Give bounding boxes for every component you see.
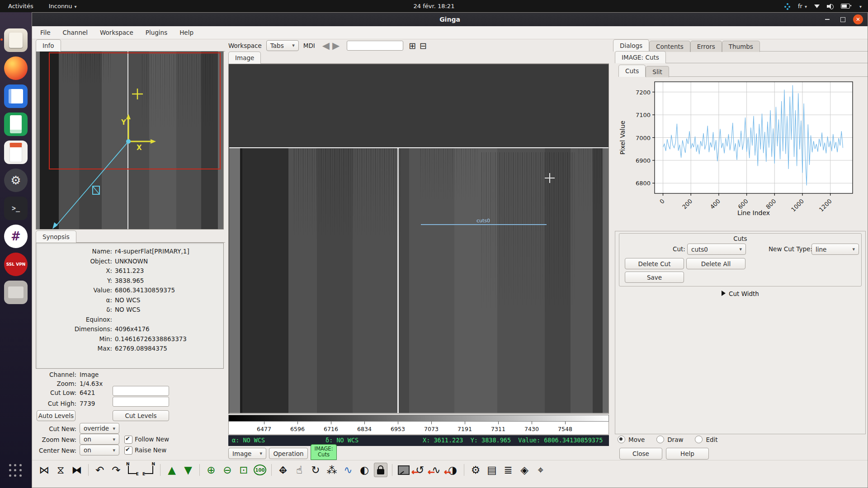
zoom-new-dropdown[interactable]: on [80,434,119,445]
close-plugin-button[interactable]: Close [619,448,662,460]
zoom-fit-icon[interactable]: ⊡ [237,463,250,477]
tab-info[interactable]: Info [36,39,61,52]
tab-thumbs[interactable]: Thumbs [722,41,760,52]
cut-line[interactable] [421,224,547,225]
auto-levels-button[interactable]: Auto Levels [37,410,75,421]
pan-icon[interactable]: ↔↕ [276,463,290,477]
raise-new-checkbox[interactable] [124,446,132,455]
prev-image-icon[interactable]: ▲ [165,463,179,477]
tab-errors[interactable]: Errors [690,41,722,52]
cut-high-input[interactable] [113,397,169,407]
zoom-out-icon[interactable]: ⊖ [221,463,234,477]
cut-select-dropdown[interactable]: cuts0 [687,244,746,255]
app-menu[interactable]: Inconnu [49,3,77,9]
flip-x-icon[interactable]: ⋈ [38,463,51,477]
rotate-left-icon[interactable]: ↶ [93,463,107,477]
save-button[interactable]: Save [625,272,684,283]
add-workspace-icon[interactable]: ⊞ [409,41,416,51]
battery-icon[interactable] [841,4,850,9]
dock-writer-icon[interactable] [4,84,28,108]
workspace-next-icon[interactable]: ▶ [332,40,340,51]
cut-levels-button[interactable]: Cut Levels [113,410,169,421]
menu-workspace[interactable]: Workspace [100,29,133,36]
swap-xy-icon[interactable]: ⧓ [70,463,84,477]
mode-move[interactable]: Move [618,436,645,443]
flip-nodes-icon[interactable]: ⁂ [325,463,339,477]
cuts-wave-icon[interactable]: ∿ [341,463,355,477]
tag-icon[interactable]: ◈ [518,463,531,477]
follow-new-checkbox[interactable] [124,436,132,444]
preferences-icon[interactable]: ⚙ [469,463,482,477]
menu-file[interactable]: File [40,29,51,36]
minimize-button[interactable] [822,14,832,24]
rotate-right-icon[interactable]: ↷ [109,463,123,477]
mode-draw[interactable]: Draw [656,436,683,443]
zoom-100-icon[interactable]: 100 [253,463,267,477]
image-thumbnail-viewer[interactable]: Y X [36,51,224,230]
new-cut-type-dropdown[interactable]: line [811,244,859,255]
colorbar[interactable] [228,415,609,422]
maximize-button[interactable] [838,14,848,24]
free-pan-hand-icon[interactable]: ☝ [292,463,306,477]
zoom-region-icon[interactable] [397,463,410,477]
flip-y-icon[interactable]: ⧖ [54,463,67,477]
close-button[interactable]: ✕ [853,14,863,24]
workspace-prev-icon[interactable]: ◀ [322,40,330,51]
system-menu-chevron[interactable] [857,3,862,9]
zoom-in-icon[interactable]: ⊕ [204,463,218,477]
subtab-cuts[interactable]: Cuts [618,65,646,77]
keyboard-layout-indicator[interactable]: fr [798,3,807,9]
contrast-icon[interactable]: ◐ [358,463,371,477]
cut-low-input[interactable] [113,386,169,396]
cut-new-dropdown[interactable]: override [80,423,119,434]
next-image-icon[interactable]: ▼ [181,463,195,477]
delete-cut-button[interactable]: Delete Cut [625,258,684,269]
tab-synopsis[interactable]: Synopsis [36,230,76,243]
menu-help[interactable]: Help [179,29,193,36]
tab-image[interactable]: Image [228,52,261,64]
tab-image-cuts[interactable]: IMAGE: Cuts [615,51,666,63]
reset-cuts-icon[interactable]: ∿← [429,463,443,477]
workspace-mode-dropdown[interactable]: Tabs [266,40,299,51]
subtab-slit[interactable]: Slit [646,66,669,77]
image-canvas[interactable]: cuts0 [228,64,609,414]
activities-button[interactable]: Activités [8,3,33,9]
delete-all-button[interactable]: Delete All [686,258,745,269]
tab-contents[interactable]: Contents [649,41,690,52]
rotate-icon[interactable]: ↻ [309,463,322,477]
menu-channel[interactable]: Channel [63,29,88,36]
title-bar[interactable]: Ginga ✕ [32,13,868,26]
dock-calc-icon[interactable] [4,113,28,136]
tab-dialogs[interactable]: Dialogs [613,39,649,52]
remove-workspace-icon[interactable]: ⊟ [420,41,427,51]
dock-settings-icon[interactable]: ⚙ [4,169,28,192]
active-plugin-tab[interactable]: IMAGE:Cuts [311,444,337,460]
clock[interactable]: 24 févr. 18:21 [0,3,868,9]
dock-impress-icon[interactable] [4,141,28,164]
lock-icon[interactable] [374,463,387,477]
dock-sslvpn-icon[interactable]: SSL VPN [4,253,28,276]
volume-icon[interactable] [827,4,834,9]
operation-button[interactable]: Operation [269,448,308,459]
orient-nw-icon[interactable]: NE [142,463,156,477]
dock-firefox-icon[interactable] [4,56,28,80]
workspace-name-input[interactable] [347,41,403,51]
mode-edit[interactable]: Edit [695,436,717,443]
sync-status-icon[interactable] [784,3,791,9]
network-icon[interactable] [814,5,820,8]
microscope-icon[interactable]: ⌖ [534,463,547,477]
show-applications-button[interactable] [9,464,23,478]
cut-width-expander[interactable]: Cut Width [615,290,865,297]
dock-files-icon[interactable] [4,28,28,52]
channel-select-dropdown[interactable]: Image [228,448,266,459]
orient-ne-icon[interactable]: NE [126,463,139,477]
dock-terminal-icon[interactable]: >_ [4,197,28,220]
save-settings-icon[interactable]: ▤ [485,463,499,477]
reset-contrast-icon[interactable]: ◑← [446,463,459,477]
dock-window-preview[interactable] [4,281,28,304]
center-new-dropdown[interactable]: on [80,445,119,455]
layers-icon[interactable]: ≣ [501,463,515,477]
reset-rotation-icon[interactable]: ↺← [413,463,427,477]
help-button[interactable]: Help [666,448,709,460]
menu-plugins[interactable]: Plugins [146,29,167,36]
